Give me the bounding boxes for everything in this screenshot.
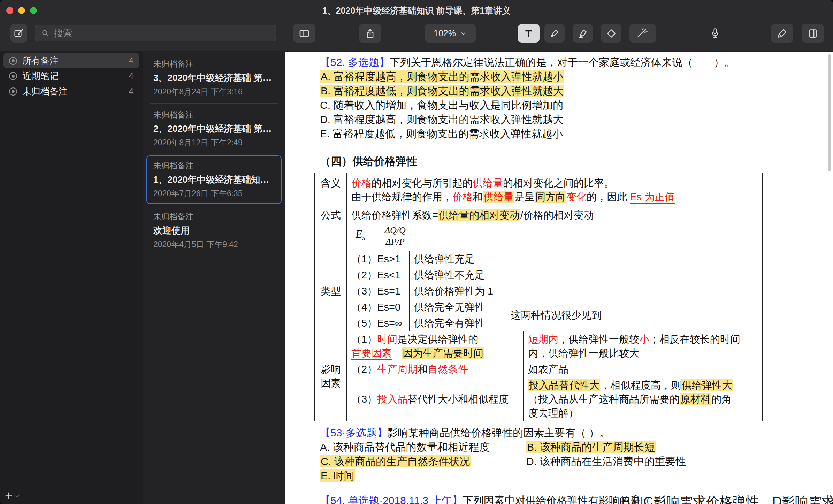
sidebar-item-unfiled-notes[interactable]: 未归档备注 4 — [3, 84, 139, 99]
type-label: （5）Es=∞ — [347, 315, 410, 331]
type-label: （3）Es=1 — [347, 283, 410, 299]
q53-option: B. 该种商品的生产周期长短 — [526, 440, 656, 454]
chevron-down-icon — [459, 30, 467, 37]
note-title: 2、2020年中级经济基础 第… — [153, 123, 275, 135]
share-button[interactable] — [359, 24, 381, 43]
question-53: 【53·多选题】影响某种商品供给价格弹性的因素主要有（ ）。 — [320, 426, 833, 440]
folder-circle-icon — [9, 57, 17, 65]
formula-text: 供给价格弹性系数=供给量的相对变动/价格的相对变动 — [351, 208, 758, 222]
row-label-types: 类型 — [315, 251, 347, 331]
text-tool-button[interactable] — [518, 24, 540, 43]
zoom-control[interactable]: 102% — [425, 24, 476, 43]
factor-right: 投入品替代性大，相似程度高，则供给弹性大（投入品从生产这种商品所需要的原材料的角… — [524, 377, 762, 421]
sidebar-item-label: 未归档备注 — [22, 85, 124, 98]
elasticity-formula: Es = ΔQ/Q ΔP/P — [356, 225, 758, 247]
note-list-item-selected[interactable]: 未归档备注 1、2020年中级经济基础知… 2020年7月26日 下午6:35 — [146, 155, 282, 204]
laser-pointer-icon — [636, 28, 649, 39]
highlighter-tool-button[interactable] — [573, 24, 593, 43]
collapse-chevron-icon[interactable] — [14, 493, 21, 499]
note-folder: 未归档备注 — [153, 59, 275, 69]
sidebar-toggle-button[interactable] — [293, 24, 315, 43]
compose-icon — [14, 28, 24, 39]
note-date: 2020年8月24日 下午3:16 — [153, 86, 275, 97]
titlebar: 1、2020年中级经济基础知识 前导课、第1章讲义 — [0, 0, 833, 21]
toolbar: 102% — [0, 21, 833, 51]
q52-option: B. 富裕程度越低，则食物支出的需求收入弹性就越大 — [320, 84, 833, 98]
factor-right: 短期内，供给弹性一般较小；相反在较长的时间内，供给弹性一般比较大 — [524, 331, 762, 361]
q52-option: C. 随着收入的增加，食物支出与收入是同比例增加的 — [320, 98, 833, 112]
pen-icon — [549, 28, 560, 39]
section-heading: （四）供给价格弹性 — [320, 154, 833, 168]
search-field — [35, 25, 276, 41]
add-button[interactable]: + — [5, 489, 12, 503]
folder-circle-icon — [9, 72, 17, 80]
q52-option: D. 富裕程度越高，则食物支出的需求收入弹性就越大 — [320, 112, 833, 127]
type-desc: 供给弹性充足 — [410, 251, 762, 267]
sidebar-item-label: 近期笔记 — [22, 70, 124, 82]
search-input[interactable] — [54, 28, 270, 39]
q52-option: E. 富裕程度越低，则食物支出的需求收入弹性就越小 — [320, 127, 833, 141]
sidebar-item-count: 4 — [129, 86, 133, 96]
note-list-item[interactable]: 未归档备注 3、2020年中级经济基础 第… 2020年8月24日 下午3:16 — [146, 54, 282, 102]
question-52: 【52. 多选题】下列关于恩格尔定律说法正确的是，对于一个家庭或经济体来说（ ）… — [320, 55, 833, 69]
note-list-item[interactable]: 未归档备注 2、2020年中级经济基础 第… 2020年8月12日 下午2:49 — [146, 105, 282, 153]
note-folder: 未归档备注 — [153, 109, 275, 120]
note-list: 未归档备注 3、2020年中级经济基础 第… 2020年8月24日 下午3:16… — [143, 52, 285, 504]
dictation-button[interactable] — [704, 24, 726, 43]
scrollbar[interactable] — [828, 54, 831, 171]
compose-button[interactable] — [10, 24, 27, 43]
page-view-icon — [808, 28, 818, 39]
eraser-tool-button[interactable] — [601, 24, 621, 43]
type-desc: 供给价格弹性为 1 — [410, 283, 762, 299]
note-date: 2020年7月26日 下午6:35 — [153, 188, 275, 199]
note-list-item[interactable]: 未归档备注 欢迎使用 2020年4月5日 下午9:42 — [146, 206, 282, 255]
q53-option-row: A. 该种商品替代品的数量和相近程度 B. 该种商品的生产周期长短 — [320, 440, 833, 454]
factor-left: （3）投入品替代性大小和相似程度 — [347, 377, 524, 421]
note-separator — [150, 103, 278, 104]
supply-elasticity-table: 含义 价格的相对变化与所引起的供给量的相对变化之间的比率。由于供给规律的作用，价… — [314, 173, 763, 421]
note-title: 1、2020年中级经济基础知… — [153, 174, 275, 186]
meaning-cell: 价格的相对变化与所引起的供给量的相对变化之间的比率。由于供给规律的作用，价格和供… — [347, 173, 762, 205]
sidebar-item-recent-notes[interactable]: 近期笔记 4 — [3, 68, 139, 84]
search-icon — [41, 29, 50, 38]
note-title: 3、2020年中级经济基础 第… — [153, 72, 275, 84]
type-desc: 供给完全有弹性 — [410, 315, 506, 331]
q53-option-row: E. 时间 — [320, 468, 833, 483]
sidebar-item-all-notes[interactable]: 所有备注 4 — [3, 53, 139, 68]
q53-option-row: C. 该种商品的生产自然条件状况 D. 该种商品在生活消费中的重要性 — [320, 454, 833, 468]
q53-option: A. 该种商品替代品的数量和相近程度 — [320, 440, 526, 454]
zoom-window-button[interactable] — [30, 7, 37, 14]
page-view-button[interactable] — [802, 24, 824, 43]
note-date: 2020年4月5日 下午9:42 — [153, 239, 275, 250]
sidebar-item-count: 4 — [129, 71, 133, 81]
type-desc: 供给弹性不充足 — [410, 267, 762, 283]
types-note: 这两种情况很少见到 — [506, 299, 762, 331]
row-label-factors: 影响 因素 — [315, 331, 347, 421]
note-date: 2020年8月12日 下午2:49 — [153, 137, 275, 148]
type-label: （2）Es<1 — [347, 267, 410, 283]
handwritten-annotation: B和C影响需求价格弹性，D影响需求 — [621, 495, 833, 504]
q52-option: A. 富裕程度越高，则食物支出的需求收入弹性就越小 — [320, 69, 833, 84]
formula-fraction: ΔQ/Q ΔP/P — [383, 225, 407, 247]
close-window-button[interactable] — [6, 7, 13, 14]
type-label: （1）Es>1 — [347, 251, 410, 267]
factor-left: （2）生产周期和自然条件 — [347, 361, 524, 377]
minimize-window-button[interactable] — [18, 7, 25, 14]
sidebar-item-count: 4 — [129, 56, 133, 66]
laser-pointer-tool-button[interactable] — [629, 24, 656, 43]
q53-option: C. 该种商品的生产自然条件状况 — [320, 454, 526, 468]
share-icon — [365, 28, 375, 39]
q53-option: D. 该种商品在生活消费中的重要性 — [526, 454, 686, 468]
formula-equals: = — [371, 229, 377, 243]
microphone-icon — [710, 28, 720, 39]
annotation-pen-button[interactable] — [771, 24, 793, 43]
pen-tool-button[interactable] — [544, 24, 565, 43]
page-controls: + — [5, 489, 21, 503]
traffic-lights — [6, 7, 37, 14]
factor-right: 如农产品 — [524, 361, 762, 377]
sidebar-item-label: 所有备注 — [22, 55, 124, 67]
note-separator — [150, 205, 278, 205]
app-window: 1、2020年中级经济基础知识 前导课、第1章讲义 102% — [0, 0, 833, 504]
note-separator — [150, 154, 278, 154]
factor-left: （1）时间是决定供给弹性的首要因素 因为生产需要时间 — [347, 331, 524, 361]
